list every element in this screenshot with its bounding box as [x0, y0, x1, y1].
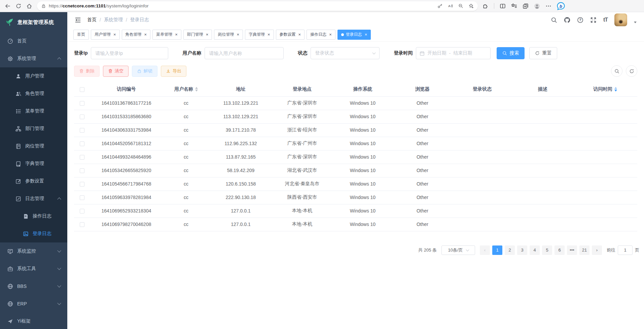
- tab[interactable]: 部门管理 ×: [183, 30, 212, 40]
- tab[interactable]: 用户管理 ×: [91, 30, 120, 40]
- tab[interactable]: 角色管理 ×: [122, 30, 151, 40]
- tab-close-icon[interactable]: ×: [329, 32, 332, 37]
- row-checkbox[interactable]: [80, 168, 84, 173]
- toggle-search-button[interactable]: [611, 65, 622, 77]
- tab[interactable]: 首页: [73, 30, 89, 40]
- page-size-select[interactable]: 10条/页: [441, 245, 475, 255]
- github-icon[interactable]: [564, 17, 570, 23]
- sort-carets-icon[interactable]: [614, 87, 617, 92]
- sidebar-menu-item[interactable]: 系统监控: [0, 242, 67, 260]
- tab[interactable]: 岗位管理 ×: [214, 30, 243, 40]
- row-checkbox[interactable]: [80, 195, 84, 200]
- goto-page-input[interactable]: [618, 245, 633, 255]
- zoom-out-icon[interactable]: [458, 3, 463, 8]
- read-aloud-icon[interactable]: [448, 3, 453, 8]
- ip-input[interactable]: [91, 47, 168, 59]
- sidebar-menu-item[interactable]: 系统管理: [0, 50, 67, 67]
- sidebar-menu-item[interactable]: 系统工具: [0, 260, 67, 277]
- sidebar-menu-item[interactable]: 参数设置: [0, 172, 67, 190]
- help-icon[interactable]: [577, 17, 583, 23]
- select-all-checkbox[interactable]: [80, 87, 84, 92]
- reset-button[interactable]: 重置: [529, 47, 557, 59]
- row-checkbox[interactable]: [80, 128, 84, 133]
- tab[interactable]: 操作日志 ×: [307, 30, 335, 40]
- tab-close-icon[interactable]: ×: [365, 32, 367, 37]
- header-search-icon[interactable]: [551, 17, 557, 23]
- unlock-button[interactable]: 解锁: [132, 66, 157, 77]
- password-key-icon[interactable]: [437, 3, 442, 8]
- sidebar-menu-item[interactable]: 用户管理: [0, 67, 67, 85]
- page-button[interactable]: •••: [567, 245, 577, 255]
- page-button[interactable]: 21: [579, 245, 589, 255]
- address-bar[interactable]: https://ccnetcore.com:1101/system/log/lo…: [37, 1, 478, 11]
- page-button[interactable]: 4: [530, 245, 540, 255]
- browser-profile-icon[interactable]: [534, 3, 540, 9]
- font-size-icon[interactable]: tT: [603, 17, 608, 23]
- column-header-user[interactable]: 用户名称: [163, 82, 210, 96]
- row-checkbox[interactable]: [80, 209, 84, 213]
- tab-close-icon[interactable]: ×: [237, 32, 239, 37]
- row-checkbox[interactable]: [80, 114, 84, 119]
- sidebar-menu-item[interactable]: 首页: [0, 32, 67, 50]
- sidebar-menu-item[interactable]: 日志管理: [0, 190, 67, 207]
- more-menu-icon[interactable]: [545, 3, 551, 9]
- row-checkbox[interactable]: [80, 222, 84, 227]
- sidebar-menu-item[interactable]: BBS: [0, 277, 67, 295]
- breadcrumb-home[interactable]: 首页: [87, 17, 97, 23]
- tab-close-icon[interactable]: ×: [267, 32, 270, 37]
- tab-close-icon[interactable]: ×: [113, 32, 116, 37]
- sidebar-menu-item[interactable]: Yi框架: [0, 312, 67, 329]
- favorites-bar-icon[interactable]: [511, 3, 517, 9]
- collections-icon[interactable]: [523, 3, 529, 9]
- row-checkbox[interactable]: [80, 155, 84, 160]
- split-screen-icon[interactable]: [500, 3, 506, 9]
- page-button[interactable]: 2: [505, 245, 515, 255]
- tab[interactable]: 参数设置 ×: [276, 30, 305, 40]
- clear-button[interactable]: 清空: [103, 66, 129, 77]
- page-button[interactable]: 6: [554, 245, 565, 255]
- username-input[interactable]: [205, 47, 284, 59]
- page-button[interactable]: 3: [517, 245, 527, 255]
- prev-page-button[interactable]: ‹: [480, 245, 490, 255]
- tab-close-icon[interactable]: ×: [144, 32, 147, 37]
- sidebar-menu-item[interactable]: 菜单管理: [0, 102, 67, 120]
- sidebar-menu-item[interactable]: 角色管理: [0, 85, 67, 102]
- row-checkbox[interactable]: [80, 101, 84, 106]
- sidebar-menu-item[interactable]: 字典管理: [0, 155, 67, 172]
- back-icon[interactable]: [5, 3, 11, 9]
- sidebar-menu-item[interactable]: 操作日志: [0, 207, 67, 225]
- row-checkbox[interactable]: [80, 182, 84, 187]
- home-icon[interactable]: [26, 3, 32, 9]
- delete-button[interactable]: 删除: [74, 66, 100, 77]
- row-checkbox[interactable]: [80, 141, 84, 146]
- tab-close-icon[interactable]: ×: [206, 32, 209, 37]
- breadcrumb-item[interactable]: 系统管理: [104, 17, 123, 23]
- tab[interactable]: 登录日志 ×: [337, 30, 371, 40]
- add-favorite-icon[interactable]: [469, 3, 474, 8]
- sort-carets-icon[interactable]: [195, 87, 198, 92]
- sidebar-menu-item[interactable]: ERP: [0, 295, 67, 312]
- reload-icon[interactable]: [15, 3, 22, 9]
- sidebar-menu-item[interactable]: 部门管理: [0, 120, 67, 137]
- search-button[interactable]: 搜索: [497, 47, 525, 59]
- lock-icon[interactable]: [41, 3, 46, 8]
- refresh-table-button[interactable]: [626, 65, 637, 77]
- bing-chat-icon[interactable]: [557, 2, 565, 10]
- page-button[interactable]: 1: [492, 245, 502, 255]
- next-page-button[interactable]: ›: [592, 245, 602, 255]
- page-button[interactable]: 5: [542, 245, 552, 255]
- fullscreen-icon[interactable]: [590, 17, 597, 23]
- status-select[interactable]: 登录状态: [311, 47, 380, 59]
- tab-close-icon[interactable]: ×: [175, 32, 178, 37]
- tab[interactable]: 菜单管理 ×: [152, 30, 181, 40]
- sidebar-menu-item[interactable]: 岗位管理: [0, 137, 67, 155]
- tab[interactable]: 字典管理 ×: [245, 30, 274, 40]
- avatar-caret-icon[interactable]: [634, 22, 637, 23]
- tab-close-icon[interactable]: ×: [298, 32, 301, 37]
- column-header-time[interactable]: 访问时间: [573, 82, 637, 96]
- user-avatar[interactable]: [614, 13, 627, 26]
- export-button[interactable]: 导出: [161, 66, 186, 77]
- collapse-sidebar-icon[interactable]: [75, 17, 81, 23]
- extensions-icon[interactable]: [482, 3, 489, 9]
- sidebar-menu-item[interactable]: 登录日志: [0, 225, 67, 242]
